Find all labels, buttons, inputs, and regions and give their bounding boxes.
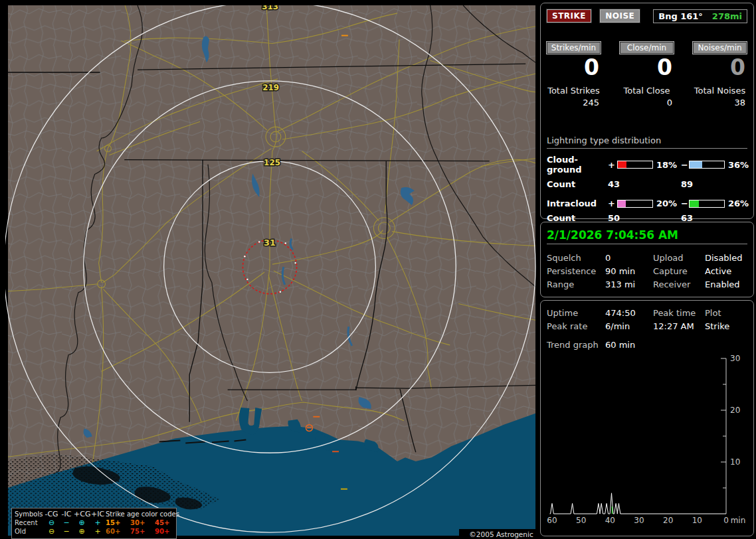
persistence-label: Persistence (547, 265, 605, 278)
noise-mode-button[interactable]: NOISE (600, 9, 640, 23)
svg-text:30: 30 (634, 516, 644, 525)
recent-ncg-icon: ⊖ (44, 518, 59, 527)
cg-negative-bar (689, 161, 725, 169)
recent-pic-icon: + (90, 518, 106, 527)
age-90: 90+ (155, 527, 176, 536)
map-canvas[interactable]: 313 219 125 31 (5, 5, 538, 536)
uptime-value: 474:50 (605, 307, 653, 320)
total-strikes-label: Total Strikes (547, 86, 601, 96)
svg-text:30: 30 (730, 354, 740, 363)
old-nic-icon: − (59, 527, 74, 536)
cg-negative-pct: 36% (725, 160, 747, 170)
ring-label-125: 125 (264, 158, 280, 167)
minus-sign: − (681, 198, 689, 208)
distribution-title: Lightning type distribution (547, 135, 747, 149)
svg-text:50: 50 (576, 516, 586, 525)
old-ncg-icon: ⊖ (44, 527, 59, 536)
capture-status: Active (705, 265, 746, 278)
cg-positive-count: 43 (608, 179, 681, 189)
range-label: Range (547, 278, 605, 291)
peak-time-label: Peak time (653, 307, 705, 320)
cg-negative-count: 89 (681, 179, 747, 189)
cg-count-label: Count (547, 179, 608, 189)
ring-label-219: 219 (262, 83, 279, 92)
trend-panel: Uptime 474:50 Peak time Plot Peak rate 6… (540, 300, 754, 536)
ring-label-313: 313 (262, 5, 278, 11)
total-strikes-value: 245 (547, 98, 601, 108)
svg-text:60: 60 (547, 516, 557, 525)
ic-negative-bar (689, 200, 725, 208)
ic-positive-bar (617, 200, 653, 208)
peak-rate-label: Peak rate (547, 320, 605, 333)
svg-text:10: 10 (692, 516, 702, 525)
squelch-value: 0 (605, 252, 653, 265)
plus-sign: + (608, 198, 617, 208)
bearing-display: Bng 161°278mi (653, 9, 747, 23)
age-15: 15+ (106, 518, 130, 527)
legend-age-header: Strike age color codes (106, 510, 176, 518)
intracloud-label: Intracloud (547, 198, 608, 208)
bearing-label: Bng 161° (658, 11, 703, 21)
plus-sign: + (608, 160, 617, 170)
ic-negative-pct: 26% (725, 198, 747, 208)
total-close-value: 0 (620, 98, 674, 108)
plot-mode-value: Strike (705, 320, 746, 333)
range-value: 313 mi (605, 278, 653, 291)
legend-col-nic: -IC (59, 510, 74, 518)
capture-label: Capture (653, 265, 705, 278)
minus-sign: − (681, 160, 689, 170)
noises-per-min-value: 0 (693, 56, 747, 80)
close-per-min-value: 0 (620, 56, 674, 80)
cg-positive-bar (617, 161, 653, 169)
peak-rate-value: 6/min (605, 320, 653, 333)
trend-graph-label: Trend graph (547, 340, 605, 350)
age-60: 60+ (106, 527, 130, 536)
svg-text:0: 0 (723, 516, 729, 525)
persistence-value: 90 min (605, 265, 653, 278)
legend-row-old-label: Old (15, 527, 44, 536)
total-noises-label: Total Noises (693, 86, 747, 96)
total-close-label: Total Close (620, 86, 674, 96)
svg-text:min: min (731, 516, 746, 525)
map-legend: Symbols -CG -IC +CG +IC Strike age color… (11, 508, 177, 539)
cloud-ground-label: Cloud-ground (547, 155, 608, 175)
legend-col-ncg: -CG (44, 510, 59, 518)
legend-col-pcg: +CG (74, 510, 90, 518)
svg-text:40: 40 (605, 516, 615, 525)
peak-time-value: 12:27 AM (653, 320, 705, 333)
strike-mode-button[interactable]: STRIKE (547, 9, 591, 23)
status-panel: 2/1/2026 7:04:56 AM Squelch 0 Upload Dis… (540, 222, 754, 297)
strikes-per-min-value: 0 (547, 56, 601, 80)
legend-row-recent-label: Recent (15, 518, 44, 527)
plot-label: Plot (705, 307, 746, 320)
legend-col-pic: +IC (90, 510, 106, 518)
trend-window-value: 60 min (605, 340, 685, 350)
old-pcg-icon: ⊕ (74, 527, 90, 536)
app-window: 313 219 125 31 Symbols -CG -IC +CG +IC S… (0, 0, 756, 539)
total-noises-value: 38 (693, 98, 747, 108)
legend-symbols-label: Symbols (15, 510, 44, 518)
noises-per-min-button[interactable]: Noises/min (693, 42, 747, 54)
uptime-label: Uptime (547, 307, 605, 320)
age-30: 30+ (130, 518, 155, 527)
strikes-per-min-button[interactable]: Strikes/min (547, 42, 601, 54)
receiver-label: Receiver (653, 278, 705, 291)
copyright-notice: ©2005 Astrogenic Systems (459, 529, 543, 539)
squelch-label: Squelch (547, 252, 605, 265)
receiver-status: Enabled (705, 278, 746, 291)
upload-label: Upload (653, 252, 705, 265)
upload-status: Disabled (705, 252, 746, 265)
svg-text:10: 10 (730, 457, 740, 467)
strike-stats-panel: STRIKE NOISE Bng 161°278mi Strikes/min C… (540, 3, 754, 219)
close-per-min-button[interactable]: Close/min (620, 42, 674, 54)
lightning-map[interactable]: 313 219 125 31 Symbols -CG -IC +CG +IC S… (5, 5, 538, 536)
old-pic-icon: + (90, 527, 106, 536)
svg-text:20: 20 (730, 406, 740, 415)
cg-positive-pct: 18% (653, 160, 681, 170)
datetime-display: 2/1/2026 7:04:56 AM (547, 228, 747, 244)
age-45: 45+ (155, 518, 176, 527)
ring-label-31: 31 (264, 238, 276, 248)
recent-nic-icon: − (59, 518, 74, 527)
age-75: 75+ (130, 527, 155, 536)
ic-positive-pct: 20% (653, 198, 681, 208)
